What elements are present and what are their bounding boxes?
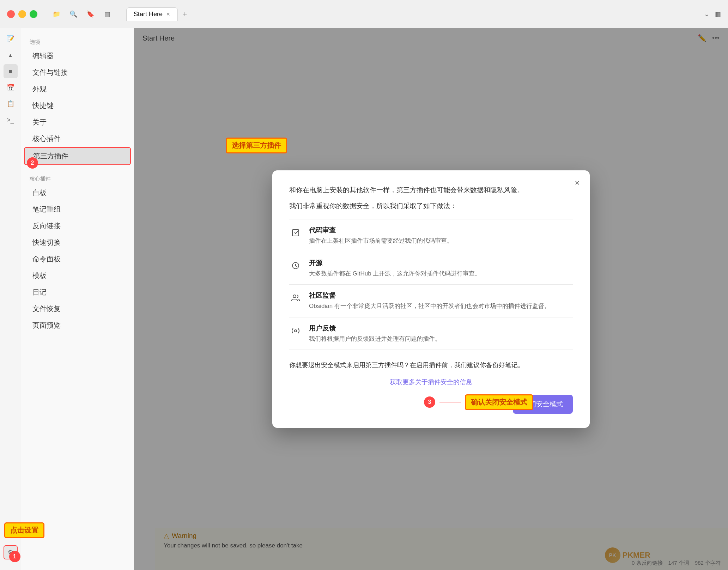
settings-item-backlinks[interactable]: 反向链接 (24, 218, 131, 234)
maximize-button[interactable] (30, 10, 37, 18)
modal-dialog: ✕ 和你在电脑上安装的其他软件一样，第三方插件也可能会带来数据和隐私风险。 我们… (272, 170, 590, 428)
toolbar-icons: 📁 🔍 🔖 ▦ (51, 9, 112, 19)
notes-icon[interactable]: 📝 (4, 32, 18, 46)
sidebar-icons: 📝 ▴ ■ 📅 📋 >_ ? ⚙ 1 (0, 28, 21, 570)
settings-item-core-plugins[interactable]: 核心插件 (24, 131, 131, 147)
clipboard-icon[interactable]: 📋 (4, 97, 18, 111)
calendar-icon[interactable]: 📅 (4, 80, 18, 95)
bookmark-icon[interactable]: 🔖 (85, 9, 95, 19)
title-bar: 📁 🔍 🔖 ▦ Start Here ✕ ＋ ⌄ ▦ (0, 0, 728, 28)
feature-desc-feedback: 我们将根据用户的反馈跟进并处理有问题的插件。 (309, 334, 573, 344)
settings-item-canvas[interactable]: 白板 (24, 184, 131, 201)
content-area: Start Here ✏️ ••• ✕ 和你在电脑上安装的其他软件一样，第三方插… (134, 28, 728, 570)
svg-rect-0 (292, 230, 299, 236)
graph-icon[interactable]: ▴ (4, 48, 18, 62)
search-icon[interactable]: 🔍 (68, 9, 78, 19)
annotation-3-group: 3 确认关闭安全模式 (424, 394, 533, 410)
settings-item-page-preview[interactable]: 页面预览 (24, 317, 131, 334)
community-icon (289, 292, 302, 304)
annotation-badge-2: 2 (27, 157, 38, 169)
svg-point-3 (295, 330, 297, 332)
annotation-badge-1: 1 (9, 551, 20, 562)
modal-intro-text: 和你在电脑上安装的其他软件一样，第三方插件也可能会带来数据和隐私风险。 (289, 184, 573, 196)
settings-icon-wrapper: ⚙ 1 (4, 545, 18, 559)
new-tab-icon[interactable]: ＋ (181, 9, 188, 19)
options-section-label: 选项 (21, 35, 134, 48)
annotation-1-group: 点击设置 (4, 522, 44, 538)
tab-start-here[interactable]: Start Here ✕ (126, 7, 178, 21)
feature-desc-community: Obsidian 有一个非常庞大且活跃的社区，社区中的开发者们也会对市场中的插件… (309, 302, 573, 311)
tab-bar: Start Here ✕ ＋ (126, 7, 188, 21)
feature-row-feedback: 用户反馈 我们将根据用户的反馈跟进并处理有问题的插件。 (289, 317, 573, 350)
feature-title-community: 社区监督 (309, 291, 573, 300)
annotation-2-group: 选择第三方插件 (226, 138, 287, 153)
feature-content-open-source: 开源 大多数插件都在 GitHub 上开源，这允许你对插件代码进行审查。 (309, 259, 573, 278)
open-source-icon (289, 259, 302, 272)
modal-overlay: ✕ 和你在电脑上安装的其他软件一样，第三方插件也可能会带来数据和隐私风险。 我们… (134, 28, 728, 570)
terminal-icon[interactable]: >_ (4, 113, 18, 127)
code-review-icon (289, 226, 302, 239)
settings-item-about[interactable]: 关于 (24, 114, 131, 131)
svg-point-2 (293, 295, 296, 298)
settings-item-file-recovery[interactable]: 文件恢复 (24, 301, 131, 317)
traffic-lights (7, 10, 37, 18)
feature-content-feedback: 用户反馈 我们将根据用户的反馈跟进并处理有问题的插件。 (309, 324, 573, 344)
feature-content-code-review: 代码审查 插件在上架社区插件市场前需要经过我们的代码审查。 (309, 226, 573, 245)
feature-row-open-source: 开源 大多数插件都在 GitHub 上开源，这允许你对插件代码进行审查。 (289, 252, 573, 285)
plugin-security-link[interactable]: 获取更多关于插件安全的信息 (289, 378, 573, 386)
annotation-label-3: 确认关闭安全模式 (465, 394, 533, 410)
settings-item-daily-notes[interactable]: 日记 (24, 284, 131, 301)
modal-subtitle-text: 我们非常重视你的数据安全，所以我们采取了如下做法： (289, 201, 573, 211)
third-party-wrapper: 第三方插件 2 (21, 147, 134, 165)
settings-panel: 选项 编辑器 文件与链接 外观 快捷键 关于 核心插件 第三方插件 2 核心插件… (21, 28, 134, 570)
chevron-down-icon[interactable]: ⌄ (704, 10, 709, 18)
modal-warning-text: 你想要退出安全模式来启用第三方插件吗？在启用插件前，我们建议你备份好笔记。 (289, 360, 573, 371)
settings-item-appearance[interactable]: 外观 (24, 81, 131, 97)
feature-title-feedback: 用户反馈 (309, 324, 573, 333)
close-button[interactable] (7, 10, 15, 18)
feature-title-open-source: 开源 (309, 259, 573, 268)
annotation-label-2: 选择第三方插件 (226, 138, 287, 153)
modal-features-list: 代码审查 插件在上架社区插件市场前需要经过我们的代码审查。 开源 (289, 219, 573, 350)
sidebar-toggle-icon[interactable]: ▦ (102, 9, 112, 19)
settings-item-editor[interactable]: 编辑器 (24, 48, 131, 64)
core-plugins-label: 核心插件 (21, 172, 134, 184)
modal-close-button[interactable]: ✕ (571, 177, 583, 189)
settings-item-command-palette[interactable]: 命令面板 (24, 251, 131, 267)
tab-label: Start Here (134, 11, 163, 18)
layout-icon[interactable]: ▦ (715, 10, 721, 18)
feature-row-code-review: 代码审查 插件在上架社区插件市场前需要经过我们的代码审查。 (289, 219, 573, 252)
settings-item-quick-switcher[interactable]: 快速切换 (24, 234, 131, 251)
feature-desc-code-review: 插件在上架社区插件市场前需要经过我们的代码审查。 (309, 236, 573, 245)
minimize-button[interactable] (18, 10, 26, 18)
right-toolbar: ⌄ ▦ (704, 10, 721, 18)
settings-item-files[interactable]: 文件与链接 (24, 64, 131, 81)
tab-close-icon[interactable]: ✕ (166, 11, 170, 17)
feature-content-community: 社区监督 Obsidian 有一个非常庞大且活跃的社区，社区中的开发者们也会对市… (309, 291, 573, 311)
feature-desc-open-source: 大多数插件都在 GitHub 上开源，这允许你对插件代码进行审查。 (309, 269, 573, 278)
settings-item-third-party[interactable]: 第三方插件 (24, 147, 131, 165)
folder-icon[interactable]: 📁 (51, 9, 61, 19)
annotation-badge-3: 3 (424, 396, 435, 408)
blocks-icon[interactable]: ■ (4, 64, 18, 78)
feature-title-code-review: 代码审查 (309, 226, 573, 235)
settings-item-hotkeys[interactable]: 快捷键 (24, 97, 131, 114)
feature-row-community: 社区监督 Obsidian 有一个非常庞大且活跃的社区，社区中的开发者们也会对市… (289, 285, 573, 317)
settings-item-templates[interactable]: 模板 (24, 267, 131, 284)
settings-item-note-reorganize[interactable]: 笔记重组 (24, 201, 131, 218)
feedback-icon (289, 325, 302, 337)
main-area: 📝 ▴ ■ 📅 📋 >_ ? ⚙ 1 选项 编辑器 文件与链接 外观 快捷键 关… (0, 28, 728, 570)
annotation-label-1: 点击设置 (4, 522, 44, 538)
